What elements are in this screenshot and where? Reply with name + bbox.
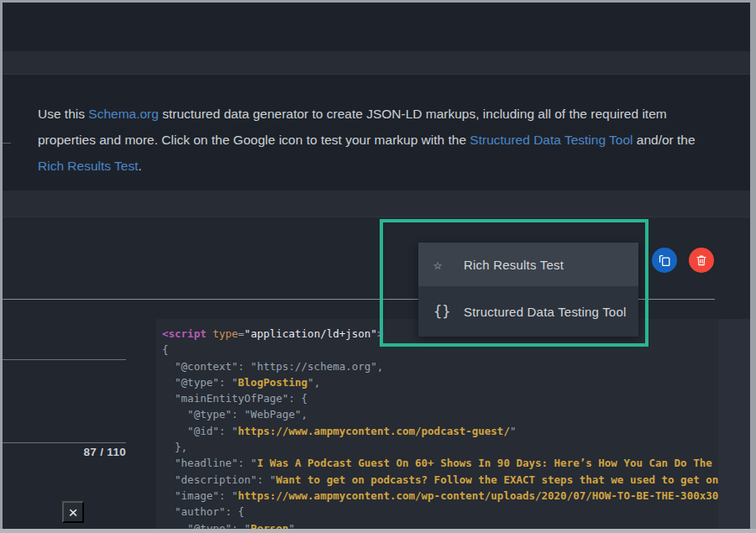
star-icon: ☆ <box>433 256 455 273</box>
code-segment: "application/ld+json" <box>244 327 377 340</box>
intro-text-segment: and/or the <box>633 133 696 147</box>
code-line: "@type": "BlogPosting", <box>162 374 718 390</box>
code-segment: https://www.ampmycontent.com/wp-content/… <box>238 489 718 502</box>
code-segment: Want to get on podcasts? Follow the EXAC… <box>276 473 718 486</box>
code-segment: " <box>289 522 296 529</box>
character-counter: 87 / 110 <box>34 446 126 458</box>
code-segment: Person <box>250 522 288 529</box>
code-line: "@type": "WebPage", <box>162 406 718 422</box>
test-menu: ☆Rich Results Test{}Structured Data Test… <box>418 243 638 337</box>
code-segment: "@id": " <box>162 425 238 437</box>
code-line: }, <box>162 439 718 455</box>
code-line: "description": "Want to get on podcasts?… <box>162 472 718 488</box>
code-segment: > <box>377 327 384 340</box>
close-icon: × <box>68 504 77 520</box>
headline-field-underline <box>3 442 126 443</box>
delete-button[interactable] <box>689 248 714 273</box>
code-segment: "@context": "https://schema.org", <box>162 360 383 373</box>
code-line: "mainEntityOfPage": { <box>162 390 718 406</box>
code-segment: "author": { <box>162 505 244 518</box>
toolbar-band <box>3 52 750 75</box>
code-segment: "mainEntityOfPage": { <box>162 392 307 405</box>
code-line: "image": "https://www.ampmycontent.com/w… <box>162 488 718 504</box>
field-underline <box>3 359 126 360</box>
code-line: "headline": "I Was A Podcast Guest On 60… <box>162 455 718 471</box>
code-segment: I Was A Podcast Guest On 60+ Shows In 90… <box>257 457 718 469</box>
menu-item-label: Rich Results Test <box>455 258 564 272</box>
schema-generator-screen: Use this Schema.org structured data gene… <box>0 0 756 533</box>
menu-item-structured-data-testing-tool[interactable]: {}Structured Data Testing Tool <box>418 286 638 337</box>
code-segment: <script <box>162 327 207 340</box>
code-segment: "image": " <box>162 489 238 502</box>
intro-text-segment: . <box>138 159 141 173</box>
code-line: "@id": "https://www.ampmycontent.com/pod… <box>162 423 718 439</box>
trash-icon <box>696 254 707 266</box>
code-output-panel: <script type="application/ld+json">{ "@c… <box>156 319 750 529</box>
copy-icon <box>659 254 671 267</box>
close-button[interactable]: × <box>62 501 84 523</box>
frame-edge <box>0 529 756 533</box>
code-segment: "headline": " <box>162 457 257 469</box>
code-line: "author": { <box>162 504 718 520</box>
code-line: "@type": "Person" <box>162 520 718 529</box>
code-segment: BlogPosting <box>238 376 307 389</box>
intro-text: Use this Schema.org structured data gene… <box>38 101 720 179</box>
header-band <box>3 3 750 52</box>
menu-item-label: Structured Data Testing Tool <box>455 305 627 319</box>
intro-text-segment: Use this <box>38 107 88 121</box>
code-line: { <box>162 342 718 358</box>
code-segment: = <box>238 327 244 340</box>
intro-link[interactable]: Schema.org <box>88 107 159 121</box>
copy-button[interactable] <box>652 248 677 273</box>
code-segment: "@type": " <box>162 522 250 529</box>
input-underline-fragment <box>3 143 11 144</box>
frame-edge <box>750 0 756 533</box>
code-segment: ", <box>307 376 320 389</box>
frame-edge <box>0 0 3 533</box>
code-segment: { <box>162 343 169 356</box>
code-segment: }, <box>162 441 187 453</box>
code-segment: type <box>213 327 238 340</box>
braces-icon: {} <box>433 303 455 320</box>
code-segment: https://www.ampmycontent.com/podcast-gue… <box>238 425 510 437</box>
code-block[interactable]: <script type="application/ld+json">{ "@c… <box>156 319 718 529</box>
frame-edge <box>0 0 756 3</box>
code-segment: "description": " <box>162 473 276 486</box>
intro-link[interactable]: Structured Data Testing Tool <box>470 133 633 147</box>
code-segment: " <box>510 425 517 437</box>
menu-item-rich-results-test[interactable]: ☆Rich Results Test <box>418 243 638 286</box>
subheader-band <box>3 191 750 217</box>
code-segment: "@type": " <box>162 376 238 389</box>
code-segment: "@type": "WebPage", <box>162 408 307 421</box>
code-line: "@context": "https://schema.org", <box>162 358 718 374</box>
intro-link[interactable]: Rich Results Test <box>38 159 138 173</box>
